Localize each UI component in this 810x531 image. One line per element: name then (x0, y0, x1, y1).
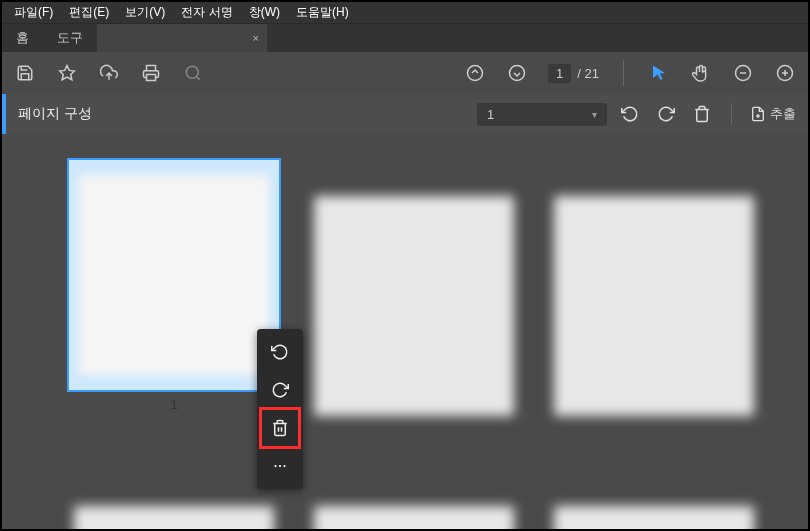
zoom-out-icon[interactable] (732, 62, 754, 84)
page-thumbnail-6[interactable] (554, 506, 754, 529)
page-preview (314, 196, 514, 416)
menu-edit[interactable]: 편집(E) (61, 4, 117, 21)
search-icon[interactable] (182, 62, 204, 84)
page-context-popup (257, 329, 303, 489)
tab-tools[interactable]: 도구 (43, 24, 97, 52)
menu-window[interactable]: 창(W) (241, 4, 288, 21)
page-down-icon[interactable] (506, 62, 528, 84)
svg-point-15 (274, 465, 276, 467)
page-preview (314, 506, 514, 529)
svg-point-16 (279, 465, 281, 467)
main-toolbar: 1 / 21 (2, 52, 808, 94)
organize-pages-title: 페이지 구성 (18, 105, 92, 123)
page-preview (79, 175, 269, 375)
cloud-upload-icon[interactable] (98, 62, 120, 84)
svg-point-5 (510, 66, 525, 81)
subtoolbar-divider (731, 103, 732, 125)
page-thumbnail-5[interactable] (314, 506, 514, 529)
extract-label: 추출 (770, 105, 796, 123)
tab-document[interactable]: × (97, 24, 267, 52)
extract-button[interactable]: 추출 (750, 105, 796, 123)
svg-marker-0 (60, 66, 75, 80)
page-select-dropdown[interactable]: 1 ▾ (477, 103, 607, 126)
menu-sign[interactable]: 전자 서명 (173, 4, 240, 21)
rotate-ccw-icon[interactable] (619, 103, 641, 125)
page-thumbnail-4[interactable] (74, 506, 274, 529)
popup-more-icon[interactable] (261, 447, 299, 485)
tab-bar: 홈 도구 × (2, 24, 808, 52)
page-up-icon[interactable] (464, 62, 486, 84)
menubar: 파일(F) 편집(E) 보기(V) 전자 서명 창(W) 도움말(H) (2, 2, 808, 24)
svg-rect-1 (147, 75, 156, 81)
organize-toolbar: 페이지 구성 1 ▾ 추출 (2, 94, 808, 134)
page-preview (554, 196, 754, 416)
svg-point-4 (468, 66, 483, 81)
page-preview (74, 506, 274, 529)
page-counter: 1 / 21 (548, 64, 599, 83)
trash-icon[interactable] (691, 103, 713, 125)
zoom-in-icon[interactable] (774, 62, 796, 84)
page-thumbnail-2[interactable] (314, 196, 514, 446)
page-number-label: 1 (171, 398, 178, 412)
toolbar-divider (623, 60, 624, 86)
page-thumbnail-3[interactable] (554, 196, 754, 446)
popup-rotate-ccw-icon[interactable] (261, 333, 299, 371)
popup-rotate-cw-icon[interactable] (261, 371, 299, 409)
current-page-input[interactable]: 1 (548, 64, 571, 83)
chevron-down-icon: ▾ (592, 109, 597, 120)
svg-line-3 (196, 76, 199, 79)
page-thumbnail-1[interactable]: 1 (74, 166, 274, 416)
page-preview (554, 506, 754, 529)
save-icon[interactable] (14, 62, 36, 84)
star-icon[interactable] (56, 62, 78, 84)
close-icon[interactable]: × (253, 32, 259, 44)
menu-help[interactable]: 도움말(H) (288, 4, 357, 21)
rotate-cw-icon[interactable] (655, 103, 677, 125)
page-select-value: 1 (487, 107, 494, 122)
tab-home[interactable]: 홈 (2, 24, 43, 52)
menu-view[interactable]: 보기(V) (117, 4, 173, 21)
print-icon[interactable] (140, 62, 162, 84)
popup-delete-icon[interactable] (261, 409, 299, 447)
hand-icon[interactable] (690, 62, 712, 84)
svg-point-17 (283, 465, 285, 467)
svg-point-2 (186, 66, 198, 78)
total-pages-label: / 21 (577, 66, 599, 81)
thumbnail-area: 1 (2, 134, 808, 529)
pointer-icon[interactable] (648, 62, 670, 84)
menu-file[interactable]: 파일(F) (6, 4, 61, 21)
